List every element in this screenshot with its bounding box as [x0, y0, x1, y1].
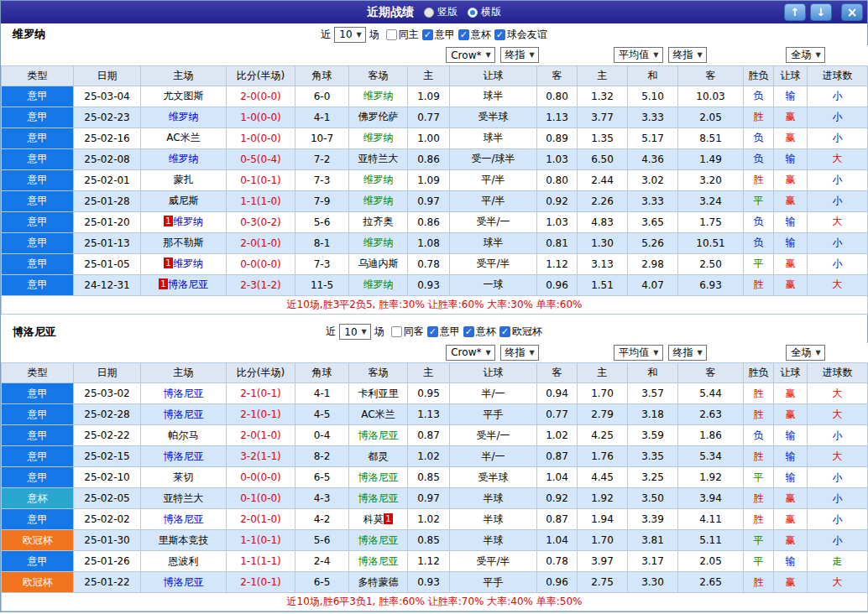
euro-company-select[interactable]: 平均值 [614, 47, 662, 63]
team-name-link[interactable]: 博洛尼亚 [164, 576, 204, 588]
team-name-link[interactable]: 博洛尼亚 [164, 450, 204, 462]
filter-checkbox[interactable]: 意甲 [422, 28, 455, 42]
scope-select[interactable]: 全场 [786, 345, 824, 361]
filter-checkbox[interactable]: 欧冠杯 [499, 325, 542, 339]
team-name-link[interactable]: 亚特兰大 [164, 492, 204, 504]
handicap-result-cell: 输 [774, 425, 808, 446]
team-name-link[interactable]: 博洛尼亚 [164, 513, 204, 525]
team-name-link[interactable]: 都灵 [369, 450, 389, 462]
euro-time-select[interactable]: 终指 [668, 47, 707, 63]
move-up-button[interactable]: ↑ [784, 3, 806, 21]
euro-odds-settings: 平均值 终指 [578, 45, 744, 65]
team-name-link[interactable]: 亚特兰大 [358, 153, 399, 164]
team-name-link[interactable]: 维罗纳 [169, 153, 199, 164]
checkbox-checked-icon[interactable] [499, 326, 510, 337]
team-name-link[interactable]: 乌迪内斯 [358, 258, 399, 269]
team-name-link[interactable]: 维罗纳 [363, 237, 394, 248]
team-name-link[interactable]: 维罗纳 [363, 132, 394, 143]
checkbox-checked-icon[interactable] [458, 29, 469, 40]
euro-time-select[interactable]: 终指 [668, 345, 707, 361]
column-header-11: 客 [678, 363, 744, 383]
handicap-result-cell: 赢 [774, 274, 808, 295]
handicap-result-cell: 赢 [774, 190, 808, 211]
team-name-link[interactable]: 维罗纳 [173, 258, 203, 269]
team-name-link[interactable]: 博洛尼亚 [358, 534, 399, 546]
team-name-link[interactable]: 维罗纳 [169, 111, 199, 122]
filter-checkbox[interactable]: 球会友谊 [494, 28, 547, 42]
away-team-cell: 博洛尼亚 [349, 467, 408, 488]
euro-draw-odds-cell: 3.02 [628, 169, 678, 190]
goals-result-cell: 小 [808, 232, 868, 253]
team-name-link[interactable]: 博洛尼亚 [358, 492, 399, 504]
corner-cell: 8-1 [295, 232, 349, 253]
close-button[interactable]: × [841, 3, 863, 21]
team-name-link[interactable]: 科莫 [363, 513, 384, 525]
radio-selected-icon[interactable] [468, 8, 478, 18]
team-name-link[interactable]: 尤文图斯 [164, 90, 204, 101]
checkbox-checked-icon[interactable] [494, 29, 505, 40]
goals-result-cell: 小 [808, 86, 868, 107]
checkbox-unchecked-icon[interactable] [386, 29, 397, 40]
asia-company-select[interactable]: Crow* [446, 47, 494, 63]
euro-draw-odds-cell: 3.65 [628, 211, 678, 232]
vertical-mode-radio[interactable]: 竖版 [424, 5, 458, 19]
team-name-link[interactable]: 博洛尼亚 [358, 471, 399, 483]
team-name-link[interactable]: 维罗纳 [363, 195, 394, 206]
win-lose-result-cell: 平 [744, 530, 774, 551]
team-name-link[interactable]: 卡利亚里 [358, 388, 399, 399]
team-name-link[interactable]: 莱切 [174, 471, 194, 483]
checkbox-checked-icon[interactable] [463, 326, 474, 337]
filter-checkbox[interactable]: 意甲 [427, 325, 460, 339]
checkbox-checked-icon[interactable] [427, 326, 438, 337]
euro-home-odds-cell: 3.77 [578, 107, 628, 127]
column-header-9: 主 [578, 65, 628, 86]
euro-away-odds-cell: 1.49 [678, 148, 744, 169]
checkbox-unchecked-icon[interactable] [391, 326, 402, 337]
match-count-select[interactable]: 10 [339, 324, 370, 340]
scope-select[interactable]: 全场 [786, 47, 824, 63]
team-name-link[interactable]: 维罗纳 [173, 216, 203, 227]
filter-checkbox[interactable]: 意杯 [463, 325, 496, 339]
team-name-link[interactable]: 博洛尼亚 [168, 278, 208, 290]
asia-time-select[interactable]: 终指 [500, 345, 539, 361]
euro-away-odds-cell: 1.75 [678, 211, 744, 232]
team-name-link[interactable]: 博洛尼亚 [164, 388, 204, 399]
move-down-button[interactable]: ↓ [810, 3, 832, 21]
win-lose-result-cell: 胜 [744, 488, 774, 509]
odds-settings-row: Crow* 终指 平均值 终指 全场 [2, 343, 868, 363]
team-name-link[interactable]: 维罗纳 [363, 174, 394, 185]
team-name-link[interactable]: 拉齐奥 [363, 216, 394, 227]
filter-checkbox[interactable]: 同客 [391, 325, 424, 339]
team-name-link[interactable]: 佛罗伦萨 [358, 111, 399, 122]
match-row: 欧冠杯25-01-30里斯本竞技1-1(0-1)5-6博洛尼亚0.85半球1.0… [2, 530, 868, 551]
asia-time-select[interactable]: 终指 [500, 47, 539, 63]
corner-cell: 11-5 [295, 274, 349, 295]
team-name-link[interactable]: 蒙扎 [174, 174, 194, 185]
team-name-link[interactable]: 博洛尼亚 [358, 429, 399, 441]
euro-company-select[interactable]: 平均值 [614, 345, 662, 361]
team-name-link[interactable]: 博洛尼亚 [358, 555, 399, 567]
goals-result-cell: 大 [808, 404, 868, 425]
match-count-select[interactable]: 10 [334, 27, 365, 43]
team-name-link[interactable]: 维罗纳 [363, 90, 394, 101]
league-cell: 意杯 [2, 488, 74, 509]
team-name-link[interactable]: 维罗纳 [363, 278, 394, 290]
team-name-link[interactable]: 博洛尼亚 [164, 408, 204, 420]
team-name: 博洛尼亚 [13, 325, 56, 340]
team-name-link[interactable]: 多特蒙德 [358, 576, 399, 588]
team-name-link[interactable]: AC米兰 [361, 408, 395, 420]
home-team-cell: 尤文图斯 [141, 86, 227, 107]
filter-checkbox[interactable]: 意杯 [458, 28, 491, 42]
team-name-link[interactable]: 恩波利 [169, 555, 199, 567]
asia-company-select[interactable]: Crow* [446, 345, 494, 361]
team-name-link[interactable]: 那不勒斯 [164, 237, 204, 248]
filter-checkbox[interactable]: 同主 [386, 28, 419, 42]
team-name-link[interactable]: 里斯本竞技 [159, 534, 209, 546]
team-name-link[interactable]: AC米兰 [166, 132, 200, 143]
team-name-link[interactable]: 帕尔马 [169, 429, 199, 441]
team-name-link[interactable]: 威尼斯 [169, 195, 199, 206]
radio-unselected-icon[interactable] [424, 8, 434, 18]
checkbox-checked-icon[interactable] [422, 29, 433, 40]
horizontal-mode-radio[interactable]: 横版 [468, 5, 501, 19]
away-team-cell: 拉齐奥 [349, 211, 408, 232]
